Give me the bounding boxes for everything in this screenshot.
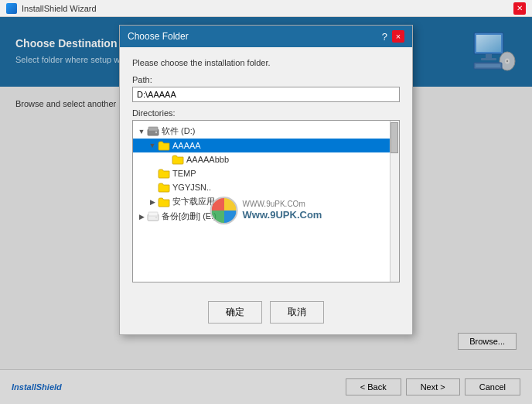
tree-item[interactable]: ▼ AAAAA (133, 139, 399, 152)
dialog-buttons: 确定 取消 (120, 293, 412, 334)
directory-tree: ▼ 软件 (D:) ▼ (133, 121, 399, 282)
dialog-close-button[interactable]: × (392, 30, 404, 43)
tree-item[interactable]: AAAAAbbb (133, 152, 399, 166)
title-bar-close-button[interactable]: ✕ (513, 2, 526, 15)
tree-item[interactable]: YGYJSN.. (133, 180, 399, 194)
installshield-icon (6, 3, 17, 14)
drive-icon (147, 126, 159, 137)
modal-overlay: Choose Folder ? × Please choose the inst… (0, 17, 532, 404)
svg-rect-11 (148, 127, 158, 131)
directories-label: Directories: (132, 108, 400, 118)
dialog-cancel-button[interactable]: 取消 (270, 301, 324, 324)
svg-rect-14 (148, 212, 158, 216)
directory-tree-container[interactable]: ▼ 软件 (D:) ▼ (132, 120, 400, 282)
folder-icon (158, 197, 170, 207)
scrollbar-track[interactable] (390, 121, 399, 282)
tree-expander[interactable]: ▼ (136, 126, 147, 137)
path-label: Path: (132, 75, 400, 84)
folder-dialog: Choose Folder ? × Please choose the inst… (119, 25, 413, 335)
tree-expander[interactable]: ▶ (136, 211, 147, 222)
tree-item-label: TEMP (172, 169, 196, 178)
drive-icon (147, 211, 159, 222)
folder-dialog-title-bar: Choose Folder ? × (120, 26, 412, 47)
tree-item-label: 备份[勿删] (E:) (162, 211, 217, 222)
tree-item[interactable]: ▶ 安卞载应用 (133, 194, 399, 209)
folder-dialog-title-label: Choose Folder (128, 31, 189, 42)
tree-item[interactable]: ▶ 备份[勿删] (E:) (133, 209, 399, 224)
tree-item-label: 安卞载应用 (172, 196, 215, 207)
title-bar-label: InstallShield Wizard (22, 4, 97, 13)
tree-item-label: YGYJSN.. (172, 183, 211, 192)
dialog-confirm-button[interactable]: 确定 (208, 301, 262, 324)
tree-item[interactable]: ▼ 软件 (D:) (133, 124, 399, 139)
wizard-window: InstallShield Wizard ✕ Choose Destinatio… (0, 0, 532, 404)
folder-icon (158, 140, 170, 151)
dialog-instruction: Please choose the installation folder. (132, 58, 400, 67)
scrollbar-thumb[interactable] (390, 122, 398, 153)
tree-item-label: 软件 (D:) (162, 125, 195, 137)
tree-item[interactable]: TEMP (133, 166, 399, 180)
title-bar-left: InstallShield Wizard (6, 3, 97, 14)
tree-item-label: AAAAAbbb (186, 155, 229, 164)
title-bar: InstallShield Wizard ✕ (0, 0, 532, 17)
folder-dialog-content: Please choose the installation folder. P… (120, 47, 412, 293)
svg-point-12 (155, 131, 157, 132)
folder-dialog-title-controls: ? × (382, 30, 404, 43)
folder-icon (158, 182, 170, 193)
folder-icon (172, 154, 184, 165)
folder-icon (158, 168, 170, 179)
tree-expander[interactable]: ▼ (147, 140, 158, 151)
svg-point-15 (155, 216, 157, 217)
path-input[interactable] (132, 87, 400, 102)
tree-item-label: AAAAA (172, 141, 201, 150)
tree-expander[interactable]: ▶ (147, 197, 158, 207)
dialog-help-button[interactable]: ? (382, 31, 387, 43)
